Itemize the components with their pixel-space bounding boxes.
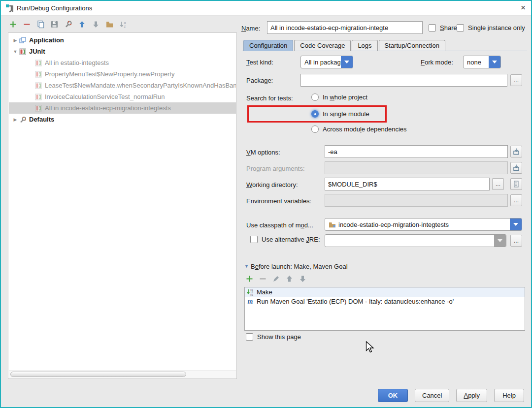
tab-configuration[interactable]: Configuration bbox=[243, 40, 293, 51]
apply-button[interactable]: Apply bbox=[456, 389, 487, 402]
junit-icon bbox=[19, 48, 26, 55]
expand-program-arguments-button[interactable] bbox=[510, 162, 522, 174]
fork-mode-combobox[interactable]: none bbox=[463, 56, 501, 68]
alternative-jre-checkbox[interactable] bbox=[250, 236, 258, 243]
tree-item-config-selected[interactable]: All in incode-estatio-ecp-migration-inte… bbox=[9, 102, 236, 114]
before-launch-header[interactable]: Before launch: Make, Maven Goal bbox=[251, 263, 348, 270]
before-launch-toolbar bbox=[245, 275, 307, 283]
tab-startup-connection[interactable]: Startup/Connection bbox=[379, 40, 445, 51]
expand-icon bbox=[513, 148, 520, 155]
close-icon[interactable]: × bbox=[521, 3, 526, 13]
vm-options-label: VM options: bbox=[246, 149, 280, 156]
package-browse-button[interactable]: ... bbox=[510, 74, 522, 86]
before-launch-list: 01 10 01 Make m Run Maven Goal 'Estatio … bbox=[244, 287, 525, 331]
tree-item-junit[interactable]: ▼ JUnit bbox=[9, 46, 236, 57]
scrollbar-thumb[interactable] bbox=[10, 372, 186, 377]
add-icon[interactable] bbox=[245, 275, 254, 283]
alternative-jre-browse-button[interactable]: ... bbox=[510, 235, 522, 247]
chevron-right-icon[interactable]: ▶ bbox=[11, 38, 19, 43]
name-input[interactable] bbox=[267, 21, 423, 34]
remove-icon[interactable] bbox=[259, 275, 267, 283]
radio-in-whole-project[interactable]: In whole project bbox=[311, 94, 367, 101]
before-launch-item-label: Make bbox=[257, 288, 272, 296]
run-debug-configurations-dialog: Run/Debug Configurations × az ▶ Applicat… bbox=[0, 0, 532, 408]
document-icon bbox=[513, 181, 519, 188]
working-directory-input[interactable] bbox=[325, 178, 490, 190]
alternative-jre-label: Use alternative JRE: bbox=[262, 236, 320, 243]
share-option[interactable]: Share bbox=[429, 24, 457, 31]
dialog-title: Run/Debug Configurations bbox=[17, 4, 92, 12]
tree-item-config[interactable]: All in estatio-integtests bbox=[9, 57, 236, 68]
single-instance-checkbox[interactable] bbox=[457, 24, 464, 31]
radio-in-single-module[interactable]: In single module bbox=[323, 110, 369, 118]
single-instance-option[interactable]: Single instance only bbox=[457, 24, 525, 31]
tree-item-label: JUnit bbox=[29, 48, 45, 55]
tree-item-label: Application bbox=[29, 36, 64, 44]
copy-icon[interactable] bbox=[36, 20, 45, 29]
chevron-down-icon[interactable] bbox=[510, 219, 522, 230]
svg-text:z: z bbox=[124, 24, 126, 29]
sort-alphabetically-icon[interactable]: az bbox=[119, 20, 128, 29]
chevron-down-icon[interactable] bbox=[341, 56, 353, 68]
move-down-icon[interactable] bbox=[92, 20, 100, 29]
move-up-icon[interactable] bbox=[78, 20, 86, 29]
tree-item-config[interactable]: LeaseTest$NewMandate.whenSecondaryPartyI… bbox=[9, 80, 236, 91]
radio-button-selected[interactable] bbox=[311, 110, 319, 118]
before-launch-item-make[interactable]: 01 10 01 Make bbox=[245, 287, 525, 297]
collapse-triangle-icon[interactable]: ▼ bbox=[244, 264, 249, 269]
use-alternative-jre-option[interactable]: Use alternative JRE: bbox=[250, 236, 320, 243]
edit-pencil-icon[interactable] bbox=[272, 275, 280, 283]
tab-logs[interactable]: Logs bbox=[352, 40, 377, 51]
horizontal-scrollbar[interactable] bbox=[9, 370, 236, 378]
classpath-module-combobox[interactable]: incode-estatio-ecp-migration-integtests bbox=[325, 218, 522, 231]
show-this-page-label: Show this page bbox=[257, 333, 301, 341]
chevron-right-icon[interactable]: ▶ bbox=[11, 117, 19, 122]
show-this-page-option[interactable]: Show this page bbox=[246, 333, 301, 341]
environment-variables-browse-button[interactable]: ... bbox=[510, 194, 522, 206]
tree-item-config[interactable]: PropertyMenuTest$NewProperty.newProperty bbox=[9, 68, 236, 80]
package-label: Package: bbox=[246, 77, 273, 84]
share-checkbox[interactable] bbox=[429, 24, 436, 31]
working-directory-browse-button[interactable]: ... bbox=[492, 178, 504, 190]
alternative-jre-combobox[interactable] bbox=[325, 234, 506, 247]
section-divider bbox=[347, 267, 525, 267]
tree-item-label: Defaults bbox=[29, 116, 54, 123]
cancel-button[interactable]: Cancel bbox=[415, 389, 449, 402]
chevron-down-icon[interactable]: ▼ bbox=[11, 49, 19, 54]
ok-button[interactable]: OK bbox=[378, 389, 408, 402]
add-icon[interactable] bbox=[9, 20, 17, 29]
tree-item-label: InvoiceCalculationServiceTest_normalRun bbox=[45, 93, 165, 100]
tree-item-application[interactable]: ▶ Application bbox=[9, 34, 236, 46]
chevron-down-icon[interactable] bbox=[494, 235, 506, 247]
tab-code-coverage[interactable]: Code Coverage bbox=[294, 40, 351, 51]
fork-mode-value: none bbox=[464, 59, 489, 66]
package-input[interactable] bbox=[300, 74, 507, 87]
svg-text:01: 01 bbox=[250, 294, 253, 296]
insert-macro-button[interactable] bbox=[510, 178, 522, 190]
chevron-down-icon[interactable] bbox=[489, 56, 500, 68]
help-button[interactable]: Help bbox=[494, 389, 524, 402]
remove-icon[interactable] bbox=[23, 20, 31, 29]
tree-item-config[interactable]: InvoiceCalculationServiceTest_normalRun bbox=[9, 91, 236, 102]
environment-variables-input[interactable] bbox=[325, 194, 508, 207]
move-up-icon[interactable] bbox=[285, 275, 294, 283]
classpath-module-value: incode-estatio-ecp-migration-integtests bbox=[338, 221, 449, 228]
test-kind-combobox[interactable]: All in package bbox=[300, 56, 353, 68]
before-launch-item-maven[interactable]: m Run Maven Goal 'Estatio (ECP) DOM - It… bbox=[245, 297, 525, 306]
show-this-page-checkbox[interactable] bbox=[246, 333, 253, 341]
radio-button[interactable] bbox=[311, 126, 319, 133]
move-down-icon[interactable] bbox=[299, 275, 307, 283]
classpath-module-label: Use classpath of mod... bbox=[246, 221, 313, 229]
vm-options-input[interactable] bbox=[325, 145, 508, 158]
expand-vm-options-button[interactable] bbox=[510, 146, 522, 157]
radio-button[interactable] bbox=[311, 94, 319, 101]
new-folder-icon[interactable] bbox=[105, 20, 114, 29]
tree-item-defaults[interactable]: ▶ Defaults bbox=[9, 114, 236, 125]
radio-across-module-dependencies[interactable]: Across module dependencies bbox=[311, 126, 407, 133]
junit-config-icon bbox=[35, 60, 42, 66]
save-icon[interactable] bbox=[50, 20, 59, 29]
junit-config-icon bbox=[35, 71, 42, 78]
tree-item-label: All in incode-estatio-ecp-migration-inte… bbox=[45, 104, 171, 112]
program-arguments-input bbox=[325, 161, 508, 174]
edit-defaults-icon[interactable] bbox=[64, 20, 72, 29]
